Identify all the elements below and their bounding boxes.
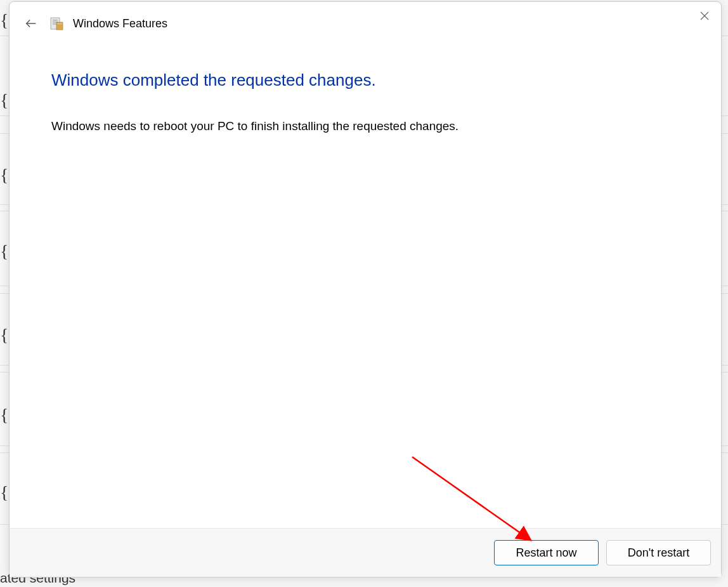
restart-now-button[interactable]: Restart now (494, 540, 599, 565)
svg-rect-4 (53, 20, 58, 21)
dont-restart-button[interactable]: Don't restart (606, 540, 711, 565)
close-button[interactable] (697, 8, 712, 23)
dialog-title-row: Windows Features (10, 2, 721, 32)
windows-features-icon (49, 16, 64, 31)
svg-rect-8 (57, 23, 62, 24)
dialog-title: Windows Features (73, 17, 167, 30)
windows-features-dialog: Windows Features Windows completed the r… (9, 1, 722, 577)
back-arrow-icon (24, 16, 38, 30)
dialog-footer: Restart now Don't restart (10, 528, 721, 577)
completion-heading: Windows completed the requested changes. (51, 70, 679, 90)
svg-rect-7 (56, 22, 63, 30)
reboot-description: Windows needs to reboot your PC to finis… (51, 119, 679, 133)
dialog-body: Windows completed the requested changes.… (10, 32, 721, 528)
back-button[interactable] (22, 15, 40, 32)
close-icon (700, 11, 709, 20)
